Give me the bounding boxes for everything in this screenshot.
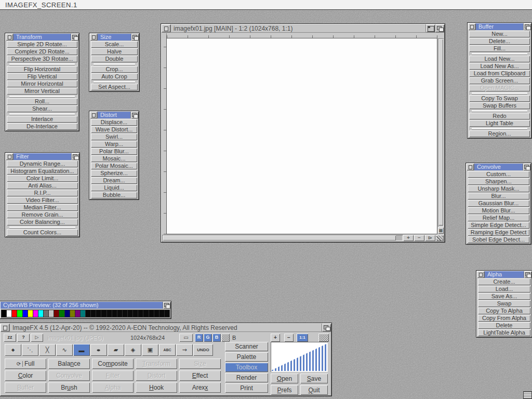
palette-button[interactable]: Motion Blur... xyxy=(468,207,529,214)
color-swatch[interactable] xyxy=(28,310,33,317)
menu-color-button[interactable]: Color xyxy=(5,370,46,381)
palette-button[interactable]: Sharpen... xyxy=(468,178,529,185)
palette-button[interactable]: LightTable Alpha xyxy=(478,329,530,336)
horizontal-scroll-thumb[interactable] xyxy=(163,235,396,241)
palette-button[interactable]: Polar Blur... xyxy=(91,148,137,155)
depth-icon[interactable] xyxy=(71,34,78,41)
color-swatch[interactable] xyxy=(112,310,117,317)
palette-button[interactable]: Redo xyxy=(469,113,530,119)
open-button[interactable]: Open xyxy=(271,374,298,383)
undo-button[interactable]: UNDO xyxy=(193,344,213,356)
zoom-in-button[interactable]: + xyxy=(403,235,414,241)
vertical-scroll-thumb[interactable] xyxy=(438,39,443,225)
palette-button[interactable]: Color Balancing... xyxy=(7,219,78,225)
palette-button[interactable]: Mosaic... xyxy=(91,155,137,162)
color-swatch[interactable] xyxy=(33,310,38,317)
palette-button[interactable]: Anti Alias... xyxy=(7,182,78,189)
dither-toggle-icon[interactable] xyxy=(221,334,230,342)
size-titlebar[interactable]: Size xyxy=(90,34,139,41)
palette-button[interactable]: Dream... xyxy=(91,177,137,184)
color-swatch[interactable] xyxy=(165,310,169,317)
close-icon[interactable] xyxy=(162,24,171,32)
depth-icon[interactable] xyxy=(163,302,170,309)
palette-button[interactable]: Liquid... xyxy=(91,184,137,191)
screen-corner-gadget[interactable] xyxy=(524,392,531,398)
page-palette-button[interactable]: Palette xyxy=(225,352,268,362)
help-button[interactable]: ? xyxy=(17,334,30,342)
palette-button[interactable]: Load New As... xyxy=(469,63,530,70)
palette-button[interactable]: Mirror Vertical xyxy=(7,88,77,95)
palette-button[interactable]: Ramping Edge Detect xyxy=(468,229,529,236)
transform-titlebar[interactable]: Transform xyxy=(6,34,78,41)
depth-icon[interactable] xyxy=(435,24,444,32)
menu-composite-button[interactable]: Composite xyxy=(92,358,134,369)
palette-button[interactable]: Median Filter... xyxy=(7,204,78,211)
pattern-preview-icon[interactable] xyxy=(318,334,329,342)
polygon-tool[interactable]: ▰ xyxy=(108,344,124,356)
zoom-gadget-icon[interactable] xyxy=(425,24,435,32)
color-swatch[interactable] xyxy=(149,310,154,317)
zoom-in-button[interactable]: + xyxy=(271,334,280,342)
palette-button[interactable]: Region... xyxy=(469,130,530,137)
palette-button[interactable]: Gaussian Blur... xyxy=(468,200,529,207)
close-icon[interactable] xyxy=(6,34,14,41)
depth-icon[interactable] xyxy=(130,112,138,118)
point-tool[interactable]: ◆ xyxy=(5,344,21,356)
play-macro-icon[interactable]: ▷ xyxy=(31,334,43,342)
palette-button[interactable]: Displace... xyxy=(91,119,137,126)
palette-button[interactable]: Sobel Edge Detect... xyxy=(468,236,529,243)
image-canvas[interactable] xyxy=(166,38,437,234)
palette-button[interactable]: Scale... xyxy=(91,41,138,48)
green-channel-button[interactable]: G xyxy=(204,334,212,342)
close-icon[interactable] xyxy=(90,112,98,118)
palette-button[interactable]: Interlace xyxy=(7,116,77,123)
menu-convolve-button[interactable]: Convolve xyxy=(48,370,90,381)
palette-button[interactable]: New... xyxy=(469,31,530,37)
cyberwb-titlebar[interactable]: CyberWB Preview: (32 of 256 shown) xyxy=(1,302,170,309)
alpha-titlebar[interactable]: Alpha xyxy=(477,271,531,278)
palette-button[interactable]: Load... xyxy=(478,286,530,292)
palette-button[interactable]: Swap Buffers xyxy=(469,102,530,109)
palette-button[interactable]: Custom... xyxy=(468,171,529,178)
page-toolbox-button[interactable]: Toolbox xyxy=(225,363,268,372)
menu-transform-button[interactable]: Transform xyxy=(136,358,177,369)
depth-icon[interactable] xyxy=(71,153,79,160)
depth-icon[interactable] xyxy=(523,23,531,30)
ellipse-tool[interactable]: ● xyxy=(90,344,107,356)
zoom-out-button[interactable]: − xyxy=(414,235,424,241)
palette-button[interactable]: Open MAGIC... xyxy=(469,85,530,91)
blue-channel-button[interactable]: B xyxy=(212,334,221,342)
palette-button[interactable]: Load from Clipboard xyxy=(469,70,530,77)
color-swatch[interactable] xyxy=(96,310,101,317)
buffer-titlebar[interactable]: Buffer xyxy=(468,23,531,30)
pages-icon[interactable]: ▦ xyxy=(438,227,444,234)
color-swatch[interactable] xyxy=(70,310,75,317)
palette-button[interactable]: Count Colors... xyxy=(7,229,78,236)
palette-button[interactable]: Blur... xyxy=(468,193,529,200)
toolbox-titlebar[interactable]: ImageFX 4.5 (12-Apr-20) -- © 1992-2020 A… xyxy=(1,324,331,332)
color-swatch[interactable] xyxy=(65,310,70,317)
filter-titlebar[interactable]: Filter xyxy=(6,153,79,160)
palette-button[interactable]: Relief Map... xyxy=(468,215,529,221)
line-tool[interactable]: ╳ xyxy=(39,344,56,356)
color-swatch[interactable] xyxy=(49,310,54,317)
color-swatch[interactable] xyxy=(59,310,64,317)
palette-button[interactable]: Remove Grain... xyxy=(7,211,78,218)
palette-button[interactable]: Bubble... xyxy=(91,192,137,198)
palette-button[interactable]: Shear... xyxy=(7,105,77,112)
menu-brush-button[interactable]: Brush xyxy=(48,382,90,393)
color-swatch[interactable] xyxy=(128,310,132,317)
palette-button[interactable]: Spherize... xyxy=(91,170,137,177)
page-render-button[interactable]: Render xyxy=(225,373,268,382)
horizontal-scrollbar[interactable] xyxy=(162,235,403,241)
palette-button[interactable]: Delete xyxy=(478,322,530,329)
palette-button[interactable]: Double xyxy=(91,56,138,62)
depth-icon[interactable] xyxy=(524,271,531,278)
color-swatch[interactable] xyxy=(23,310,28,317)
menu-buffer-button[interactable]: Buffer xyxy=(5,382,46,393)
palette-button[interactable]: Wave Distort... xyxy=(91,126,137,133)
zoom-ratio-button[interactable]: 1:1 xyxy=(297,334,308,342)
color-swatch[interactable] xyxy=(101,310,106,317)
palette-button[interactable]: Set Aspect... xyxy=(91,84,138,90)
pan-icon[interactable]: ⊳ xyxy=(425,235,435,241)
